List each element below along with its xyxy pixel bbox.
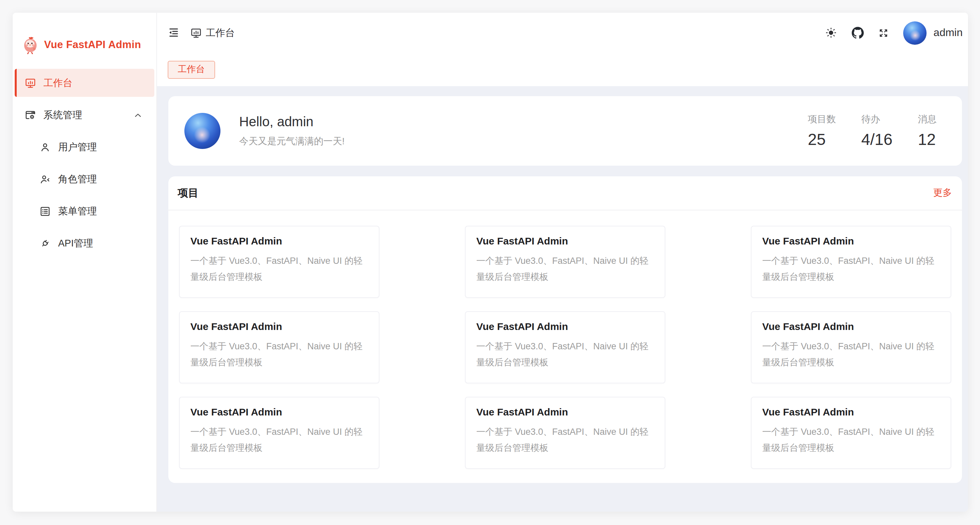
content: Hello, admin 今天又是元气满满的一天! 项目数 25 待办 4/16	[157, 86, 968, 512]
project-card-title: Vue FastAPI Admin	[476, 235, 654, 247]
sidebar-item-roles[interactable]: 角色管理	[15, 165, 154, 193]
welcome-card: Hello, admin 今天又是元气满满的一天! 项目数 25 待办 4/16	[169, 96, 962, 165]
logo[interactable]: Vue FastAPI Admin	[13, 25, 156, 65]
project-card-title: Vue FastAPI Admin	[762, 406, 940, 417]
project-card-title: Vue FastAPI Admin	[190, 406, 368, 417]
sidebar-item-label: API管理	[58, 237, 93, 250]
avatar-large	[185, 113, 220, 149]
sidebar-item-label: 角色管理	[58, 173, 97, 185]
project-card[interactable]: Vue FastAPI Admin 一个基于 Vue3.0、FastAPI、Na…	[751, 311, 951, 383]
project-card-desc: 一个基于 Vue3.0、FastAPI、Naive UI 的轻量级后台管理模板	[476, 253, 654, 285]
github-icon[interactable]	[852, 27, 864, 39]
sidebar-item-users[interactable]: 用户管理	[15, 133, 154, 161]
app-container: Vue FastAPI Admin 工作台	[13, 13, 968, 512]
project-card-title: Vue FastAPI Admin	[762, 235, 940, 247]
main-area: 工作台	[157, 13, 968, 512]
api-plug-icon	[40, 237, 51, 249]
panel-title: 项目	[178, 186, 199, 200]
project-card[interactable]: Vue FastAPI Admin 一个基于 Vue3.0、FastAPI、Na…	[179, 397, 379, 469]
stat-value: 4/16	[861, 130, 892, 149]
project-card-desc: 一个基于 Vue3.0、FastAPI、Naive UI 的轻量级后台管理模板	[476, 424, 654, 456]
project-card[interactable]: Vue FastAPI Admin 一个基于 Vue3.0、FastAPI、Na…	[751, 397, 951, 469]
role-icon	[40, 173, 51, 185]
project-card-title: Vue FastAPI Admin	[190, 235, 368, 247]
theme-toggle-button[interactable]	[825, 27, 837, 39]
welcome-text: Hello, admin 今天又是元气满满的一天!	[239, 114, 345, 148]
stat-value: 25	[808, 130, 836, 149]
sidebar-item-label: 系统管理	[43, 108, 82, 121]
sidebar-item-api[interactable]: API管理	[15, 229, 154, 257]
project-card-desc: 一个基于 Vue3.0、FastAPI、Naive UI 的轻量级后台管理模板	[190, 339, 368, 371]
projects-header: 项目 更多	[169, 177, 962, 210]
sidebar-item-system[interactable]: 系统管理	[15, 101, 154, 129]
project-card-desc: 一个基于 Vue3.0、FastAPI、Naive UI 的轻量级后台管理模板	[190, 253, 368, 285]
menu-list-icon	[40, 205, 51, 217]
sidebar-item-label: 工作台	[43, 76, 73, 89]
stat-value: 12	[918, 130, 937, 149]
welcome-message: 今天又是元气满满的一天!	[239, 135, 345, 148]
greeting: Hello, admin	[239, 114, 345, 130]
project-card-title: Vue FastAPI Admin	[476, 321, 654, 332]
chevron-up-icon	[134, 111, 142, 119]
sidebar-nav: 工作台 系统管理	[13, 69, 156, 257]
stat-messages: 消息 12	[918, 113, 937, 149]
project-card-desc: 一个基于 Vue3.0、FastAPI、Naive UI 的轻量级后台管理模板	[762, 424, 940, 456]
project-card[interactable]: Vue FastAPI Admin 一个基于 Vue3.0、FastAPI、Na…	[179, 226, 379, 298]
stat-todos: 待办 4/16	[861, 113, 892, 149]
stat-label: 待办	[861, 113, 892, 125]
breadcrumb[interactable]: 工作台	[190, 26, 235, 39]
project-card-title: Vue FastAPI Admin	[476, 406, 654, 417]
stat-label: 项目数	[808, 113, 836, 125]
avatar[interactable]	[904, 21, 927, 45]
project-card[interactable]: Vue FastAPI Admin 一个基于 Vue3.0、FastAPI、Na…	[465, 397, 665, 469]
stat-label: 消息	[918, 113, 937, 125]
project-card[interactable]: Vue FastAPI Admin 一个基于 Vue3.0、FastAPI、Na…	[179, 311, 379, 383]
sidebar: Vue FastAPI Admin 工作台	[13, 13, 157, 512]
stats: 项目数 25 待办 4/16 消息 12	[808, 113, 937, 149]
project-card[interactable]: Vue FastAPI Admin 一个基于 Vue3.0、FastAPI、Na…	[465, 226, 665, 298]
sidebar-item-label: 用户管理	[58, 141, 97, 153]
page: Vue FastAPI Admin 工作台	[0, 0, 980, 525]
tags-bar: 工作台	[157, 53, 968, 86]
chick-logo-icon	[23, 36, 38, 54]
system-settings-icon	[25, 109, 36, 121]
project-card-title: Vue FastAPI Admin	[762, 321, 940, 332]
logo-text: Vue FastAPI Admin	[44, 39, 141, 51]
sidebar-item-workbench[interactable]: 工作台	[15, 69, 154, 97]
username[interactable]: admin	[934, 27, 963, 39]
collapse-sidebar-button[interactable]	[168, 27, 180, 39]
project-card[interactable]: Vue FastAPI Admin 一个基于 Vue3.0、FastAPI、Na…	[751, 226, 951, 298]
topbar: 工作台	[157, 13, 968, 53]
project-grid: Vue FastAPI Admin 一个基于 Vue3.0、FastAPI、Na…	[169, 210, 962, 483]
sidebar-item-label: 菜单管理	[58, 205, 97, 217]
project-card-desc: 一个基于 Vue3.0、FastAPI、Naive UI 的轻量级后台管理模板	[476, 339, 654, 371]
more-link[interactable]: 更多	[933, 187, 952, 199]
tag-workbench[interactable]: 工作台	[168, 60, 215, 78]
workbench-monitor-icon	[25, 77, 36, 89]
sidebar-item-menus[interactable]: 菜单管理	[15, 197, 154, 225]
projects-panel: 项目 更多 Vue FastAPI Admin 一个基于 Vue3.0、Fast…	[169, 177, 962, 483]
project-card-desc: 一个基于 Vue3.0、FastAPI、Naive UI 的轻量级后台管理模板	[190, 424, 368, 456]
workbench-monitor-icon	[190, 27, 202, 38]
project-card-title: Vue FastAPI Admin	[190, 321, 368, 332]
stat-projects: 项目数 25	[808, 113, 836, 149]
project-card-desc: 一个基于 Vue3.0、FastAPI、Naive UI 的轻量级后台管理模板	[762, 253, 940, 285]
breadcrumb-label: 工作台	[206, 26, 235, 39]
fullscreen-icon[interactable]	[879, 28, 889, 38]
topbar-actions: admin	[825, 21, 963, 45]
project-card[interactable]: Vue FastAPI Admin 一个基于 Vue3.0、FastAPI、Na…	[465, 311, 665, 383]
project-card-desc: 一个基于 Vue3.0、FastAPI、Naive UI 的轻量级后台管理模板	[762, 339, 940, 371]
user-icon	[40, 141, 51, 153]
